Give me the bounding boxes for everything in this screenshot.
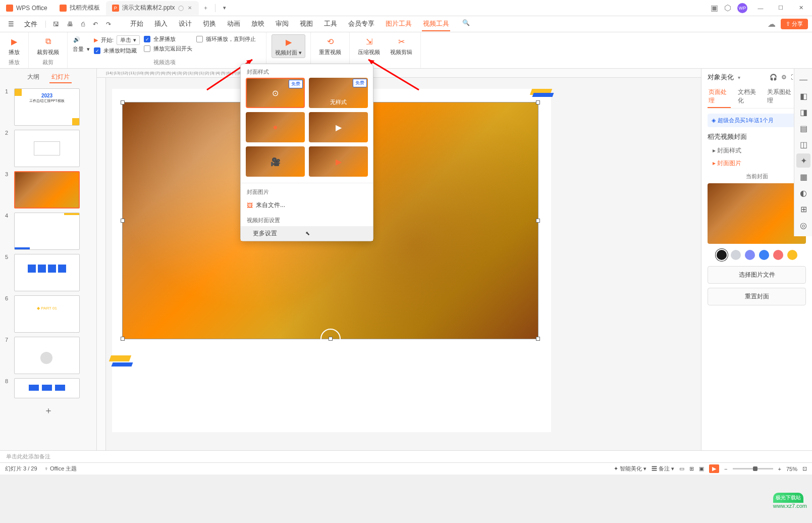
cover-style-4[interactable]: ▶: [309, 112, 368, 142]
save-icon[interactable]: 🖫: [50, 19, 62, 30]
resize-handle-w[interactable]: [121, 219, 125, 223]
compress-video-button[interactable]: ⇲ 压缩视频: [355, 34, 383, 57]
fit-icon[interactable]: ⊡: [802, 465, 807, 472]
resize-handle-nw[interactable]: [121, 100, 125, 104]
tab-menu-icon[interactable]: ▾: [218, 2, 232, 14]
side-tool-4[interactable]: ◫: [796, 137, 810, 151]
print-icon[interactable]: 🖶: [64, 19, 76, 30]
tab-video-tools[interactable]: 视频工具: [422, 17, 450, 31]
file-menu[interactable]: 文件: [20, 20, 41, 29]
play-overlay-icon[interactable]: [320, 329, 341, 349]
tab-picture-tools[interactable]: 图片工具: [385, 17, 413, 31]
rp-tab-doc[interactable]: 文档美化: [737, 86, 760, 108]
notes-toggle[interactable]: ☰ 备注 ▾: [652, 465, 674, 473]
cover-style-none[interactable]: 免费 无样式: [309, 78, 368, 108]
side-collapse-icon[interactable]: —: [796, 73, 810, 87]
side-tool-8[interactable]: ⊞: [796, 202, 810, 216]
beautify-button[interactable]: ✦ 智能美化 ▾: [614, 465, 646, 473]
from-file-item[interactable]: 🖼 来自文件...: [241, 198, 373, 213]
resize-handle-se[interactable]: [536, 337, 540, 341]
tab-home[interactable]: 开始: [129, 17, 144, 31]
reset-video-button[interactable]: ⟲ 重置视频: [316, 34, 344, 57]
zoom-in-icon[interactable]: +: [778, 466, 781, 472]
tab-insert[interactable]: 插入: [153, 17, 169, 31]
hide-checkbox[interactable]: ✓: [94, 47, 100, 54]
zoom-value[interactable]: 75%: [786, 466, 797, 472]
maximize-button[interactable]: ☐: [774, 2, 788, 14]
tab-templates[interactable]: 找稻壳模板: [53, 1, 106, 15]
cover-style-5[interactable]: 🎥: [246, 146, 305, 177]
slide-thumb-7[interactable]: 7: [0, 335, 96, 376]
cover-style-1[interactable]: 免费 ⊙: [246, 78, 305, 108]
slide-thumb-5[interactable]: 5: [0, 252, 96, 293]
hamburger-menu[interactable]: ☰: [4, 20, 18, 28]
start-select[interactable]: 单击 ▾: [117, 35, 140, 45]
rp-tab-page[interactable]: 页面处理: [708, 86, 731, 108]
resize-handle-e[interactable]: [536, 219, 540, 223]
view-slideshow-icon[interactable]: ▶: [709, 464, 719, 473]
chevron-down-icon[interactable]: ▾: [738, 75, 740, 80]
side-tool-1[interactable]: ◧: [796, 89, 810, 103]
rp-sub-style[interactable]: ▸ 封面样式: [708, 144, 806, 157]
cover-style-6[interactable]: ▶: [309, 146, 368, 177]
notes-bar[interactable]: 单击此处添加备注: [0, 450, 812, 462]
view-sorter-icon[interactable]: ⊞: [689, 465, 694, 472]
tab-app[interactable]: WPS Office: [0, 1, 53, 15]
outline-tab[interactable]: 大纲: [25, 72, 41, 83]
app-icon-2[interactable]: ⬡: [724, 3, 731, 13]
view-normal-icon[interactable]: ▭: [679, 465, 684, 472]
tab-transition[interactable]: 切换: [202, 17, 217, 31]
tab-slideshow[interactable]: 放映: [250, 17, 265, 31]
new-tab-button[interactable]: ＋: [199, 2, 213, 14]
side-tool-9[interactable]: ◎: [796, 218, 810, 232]
undo-icon[interactable]: ↶: [90, 19, 101, 30]
tab-review[interactable]: 审阅: [275, 17, 290, 31]
rewind-checkbox[interactable]: [144, 45, 150, 52]
print-preview-icon[interactable]: ⎙: [78, 19, 88, 30]
side-tool-2[interactable]: ◨: [796, 105, 810, 119]
side-tool-3[interactable]: ▤: [796, 121, 810, 135]
reset-cover-button[interactable]: 重置封面: [708, 288, 806, 305]
side-tool-6[interactable]: ▦: [796, 170, 810, 184]
resize-handle-sw[interactable]: [121, 337, 125, 341]
rp-gear-icon[interactable]: ⚙: [781, 74, 787, 81]
cloud-sync-icon[interactable]: ☁: [768, 19, 776, 29]
zoom-slider[interactable]: [733, 468, 773, 469]
slide-thumb-8[interactable]: 8: [0, 376, 96, 400]
zoom-out-icon[interactable]: −: [724, 466, 727, 472]
rp-tab-relation[interactable]: 关系图处理: [766, 86, 794, 108]
add-slide-button[interactable]: ＋: [0, 400, 96, 421]
choose-image-button[interactable]: 选择图片文件: [708, 266, 806, 284]
canvas-area[interactable]: |14|·|13|·|12|·|11|·|10|·|9|·|8|·|7|·|6|…: [97, 69, 701, 450]
tab-member[interactable]: 会员专享: [347, 17, 375, 31]
slide-thumb-1[interactable]: 1 2023 工作总结汇报PPT模板: [0, 86, 96, 128]
loop-checkbox[interactable]: [196, 36, 203, 42]
side-tool-7[interactable]: ◐: [796, 186, 810, 200]
tab-document[interactable]: P 演示文稿素材2.pptx ◯ ✕: [106, 1, 199, 15]
cover-style-3[interactable]: ●: [246, 112, 305, 142]
tab-tools[interactable]: 工具: [323, 17, 338, 31]
more-settings-item[interactable]: 更多设置 ⬉: [241, 226, 373, 241]
resize-handle-ne[interactable]: [536, 100, 540, 104]
slide-thumb-6[interactable]: 6 ◆ PART 01: [0, 293, 96, 335]
video-edit-button[interactable]: ✂ 视频剪辑: [387, 34, 415, 57]
search-icon[interactable]: 🔍: [459, 17, 473, 31]
tab-close-icon[interactable]: ✕: [187, 5, 193, 11]
member-banner[interactable]: ◈ 超级会员买1年送1个月 ✕: [708, 114, 806, 127]
slide-thumb-2[interactable]: 2: [0, 128, 96, 169]
view-reading-icon[interactable]: ▣: [699, 465, 704, 472]
side-tool-5[interactable]: ✦: [796, 153, 810, 168]
color-black[interactable]: [717, 250, 727, 260]
slide-thumb-4[interactable]: 4: [0, 211, 96, 252]
color-gray[interactable]: [731, 250, 741, 260]
redo-icon[interactable]: ↷: [103, 19, 114, 30]
minimize-button[interactable]: —: [753, 2, 768, 14]
slides-tab[interactable]: 幻灯片: [49, 72, 72, 83]
tab-view[interactable]: 视图: [299, 17, 314, 31]
crop-video-button[interactable]: ⧉ 裁剪视频: [34, 34, 62, 57]
app-icon-1[interactable]: ▣: [711, 3, 718, 13]
color-yellow[interactable]: [787, 250, 797, 260]
user-avatar[interactable]: WP: [737, 3, 747, 13]
tab-design[interactable]: 设计: [178, 17, 193, 31]
share-button[interactable]: ⇧ 分享: [781, 19, 808, 29]
